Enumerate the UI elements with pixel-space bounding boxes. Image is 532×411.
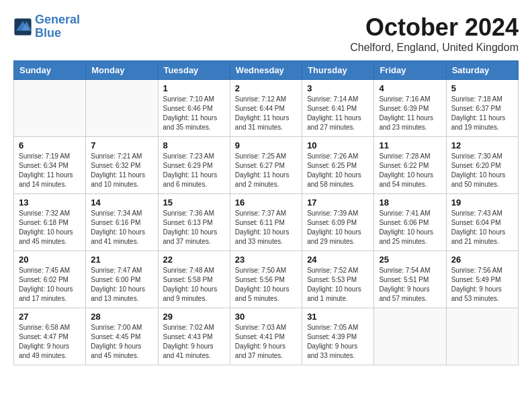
calendar-cell: 31Sunrise: 7:05 AM Sunset: 4:39 PM Dayli… bbox=[302, 308, 374, 365]
day-number: 18 bbox=[379, 197, 441, 208]
weekday-header: Thursday bbox=[302, 61, 374, 80]
calendar-cell: 12Sunrise: 7:30 AM Sunset: 6:20 PM Dayli… bbox=[446, 137, 518, 194]
week-row: 20Sunrise: 7:45 AM Sunset: 6:02 PM Dayli… bbox=[14, 251, 519, 308]
weekday-header: Saturday bbox=[446, 61, 518, 80]
day-detail: Sunrise: 7:18 AM Sunset: 6:37 PM Dayligh… bbox=[451, 95, 513, 132]
day-number: 21 bbox=[91, 255, 152, 265]
day-detail: Sunrise: 7:36 AM Sunset: 6:13 PM Dayligh… bbox=[163, 209, 225, 246]
day-detail: Sunrise: 7:23 AM Sunset: 6:29 PM Dayligh… bbox=[163, 152, 225, 189]
day-detail: Sunrise: 7:34 AM Sunset: 6:16 PM Dayligh… bbox=[91, 209, 152, 246]
day-detail: Sunrise: 7:30 AM Sunset: 6:20 PM Dayligh… bbox=[451, 152, 513, 189]
day-detail: Sunrise: 7:54 AM Sunset: 5:51 PM Dayligh… bbox=[379, 266, 441, 304]
calendar-cell: 6Sunrise: 7:19 AM Sunset: 6:34 PM Daylig… bbox=[14, 137, 86, 194]
calendar-cell bbox=[86, 80, 158, 137]
day-number: 16 bbox=[235, 197, 297, 208]
day-number: 10 bbox=[307, 140, 369, 150]
calendar-cell bbox=[374, 308, 446, 365]
logo-icon bbox=[13, 17, 32, 36]
day-number: 6 bbox=[19, 140, 81, 150]
day-number: 19 bbox=[451, 197, 513, 208]
day-number: 27 bbox=[19, 312, 81, 322]
day-number: 28 bbox=[91, 312, 152, 322]
day-detail: Sunrise: 7:14 AM Sunset: 6:41 PM Dayligh… bbox=[307, 95, 369, 132]
day-detail: Sunrise: 7:37 AM Sunset: 6:11 PM Dayligh… bbox=[235, 209, 297, 246]
day-number: 22 bbox=[163, 255, 225, 265]
day-detail: Sunrise: 7:10 AM Sunset: 6:46 PM Dayligh… bbox=[163, 95, 225, 132]
day-number: 12 bbox=[451, 140, 513, 150]
day-detail: Sunrise: 7:25 AM Sunset: 6:27 PM Dayligh… bbox=[235, 152, 297, 189]
day-detail: Sunrise: 7:21 AM Sunset: 6:32 PM Dayligh… bbox=[91, 152, 152, 189]
calendar-cell: 13Sunrise: 7:32 AM Sunset: 6:18 PM Dayli… bbox=[14, 194, 86, 251]
month-title: October 2024 bbox=[350, 13, 519, 42]
location-title: Chelford, England, United Kingdom bbox=[350, 42, 519, 54]
calendar-cell: 20Sunrise: 7:45 AM Sunset: 6:02 PM Dayli… bbox=[14, 251, 86, 308]
day-detail: Sunrise: 7:05 AM Sunset: 4:39 PM Dayligh… bbox=[307, 323, 369, 361]
day-detail: Sunrise: 7:50 AM Sunset: 5:56 PM Dayligh… bbox=[235, 266, 297, 304]
calendar-cell: 2Sunrise: 7:12 AM Sunset: 6:44 PM Daylig… bbox=[230, 80, 302, 137]
day-number: 25 bbox=[379, 255, 441, 265]
calendar-cell: 22Sunrise: 7:48 AM Sunset: 5:58 PM Dayli… bbox=[158, 251, 230, 308]
calendar-cell: 16Sunrise: 7:37 AM Sunset: 6:11 PM Dayli… bbox=[230, 194, 302, 251]
title-area: October 2024 Chelford, England, United K… bbox=[350, 13, 519, 54]
day-number: 30 bbox=[235, 312, 297, 322]
calendar-cell: 29Sunrise: 7:02 AM Sunset: 4:43 PM Dayli… bbox=[158, 308, 230, 365]
day-detail: Sunrise: 7:03 AM Sunset: 4:41 PM Dayligh… bbox=[235, 323, 297, 361]
day-detail: Sunrise: 7:12 AM Sunset: 6:44 PM Dayligh… bbox=[235, 95, 297, 132]
day-detail: Sunrise: 6:58 AM Sunset: 4:47 PM Dayligh… bbox=[19, 323, 81, 361]
day-number: 11 bbox=[379, 140, 441, 150]
week-row: 27Sunrise: 6:58 AM Sunset: 4:47 PM Dayli… bbox=[14, 308, 519, 365]
day-number: 1 bbox=[163, 83, 225, 93]
day-number: 15 bbox=[163, 197, 225, 208]
day-number: 24 bbox=[307, 255, 369, 265]
day-number: 23 bbox=[235, 255, 297, 265]
weekday-header: Wednesday bbox=[230, 61, 302, 80]
day-number: 31 bbox=[307, 312, 369, 322]
day-number: 14 bbox=[91, 197, 152, 208]
week-row: 6Sunrise: 7:19 AM Sunset: 6:34 PM Daylig… bbox=[14, 137, 519, 194]
calendar-cell: 21Sunrise: 7:47 AM Sunset: 6:00 PM Dayli… bbox=[86, 251, 158, 308]
calendar-cell: 15Sunrise: 7:36 AM Sunset: 6:13 PM Dayli… bbox=[158, 194, 230, 251]
day-detail: Sunrise: 7:47 AM Sunset: 6:00 PM Dayligh… bbox=[91, 266, 152, 304]
day-detail: Sunrise: 7:19 AM Sunset: 6:34 PM Dayligh… bbox=[19, 152, 81, 189]
calendar-cell: 8Sunrise: 7:23 AM Sunset: 6:29 PM Daylig… bbox=[158, 137, 230, 194]
calendar-cell: 14Sunrise: 7:34 AM Sunset: 6:16 PM Dayli… bbox=[86, 194, 158, 251]
weekday-header-row: SundayMondayTuesdayWednesdayThursdayFrid… bbox=[14, 61, 519, 80]
calendar-cell: 28Sunrise: 7:00 AM Sunset: 4:45 PM Dayli… bbox=[86, 308, 158, 365]
calendar-cell: 27Sunrise: 6:58 AM Sunset: 4:47 PM Dayli… bbox=[14, 308, 86, 365]
day-number: 2 bbox=[235, 83, 297, 93]
day-number: 17 bbox=[307, 197, 369, 208]
calendar-cell: 25Sunrise: 7:54 AM Sunset: 5:51 PM Dayli… bbox=[374, 251, 446, 308]
day-detail: Sunrise: 7:16 AM Sunset: 6:39 PM Dayligh… bbox=[379, 95, 441, 132]
weekday-header: Tuesday bbox=[158, 61, 230, 80]
calendar-cell: 11Sunrise: 7:28 AM Sunset: 6:22 PM Dayli… bbox=[374, 137, 446, 194]
week-row: 13Sunrise: 7:32 AM Sunset: 6:18 PM Dayli… bbox=[14, 194, 519, 251]
day-number: 5 bbox=[451, 83, 513, 93]
day-detail: Sunrise: 7:00 AM Sunset: 4:45 PM Dayligh… bbox=[91, 323, 152, 361]
logo: GeneralBlue bbox=[13, 13, 80, 40]
day-detail: Sunrise: 7:28 AM Sunset: 6:22 PM Dayligh… bbox=[379, 152, 441, 189]
day-detail: Sunrise: 7:32 AM Sunset: 6:18 PM Dayligh… bbox=[19, 209, 81, 246]
weekday-header: Sunday bbox=[14, 61, 86, 80]
day-number: 7 bbox=[91, 140, 152, 150]
calendar-cell: 24Sunrise: 7:52 AM Sunset: 5:53 PM Dayli… bbox=[302, 251, 374, 308]
calendar-cell: 17Sunrise: 7:39 AM Sunset: 6:09 PM Dayli… bbox=[302, 194, 374, 251]
calendar-cell bbox=[14, 80, 86, 137]
day-detail: Sunrise: 7:45 AM Sunset: 6:02 PM Dayligh… bbox=[19, 266, 81, 304]
day-number: 3 bbox=[307, 83, 369, 93]
day-number: 8 bbox=[163, 140, 225, 150]
calendar-cell: 26Sunrise: 7:56 AM Sunset: 5:49 PM Dayli… bbox=[446, 251, 518, 308]
day-number: 20 bbox=[19, 255, 81, 265]
calendar-cell: 9Sunrise: 7:25 AM Sunset: 6:27 PM Daylig… bbox=[230, 137, 302, 194]
day-detail: Sunrise: 7:43 AM Sunset: 6:04 PM Dayligh… bbox=[451, 209, 513, 246]
page-header: GeneralBlue October 2024 Chelford, Engla… bbox=[13, 13, 519, 54]
logo-text: GeneralBlue bbox=[35, 13, 80, 40]
day-number: 13 bbox=[19, 197, 81, 208]
calendar-cell: 3Sunrise: 7:14 AM Sunset: 6:41 PM Daylig… bbox=[302, 80, 374, 137]
day-number: 9 bbox=[235, 140, 297, 150]
calendar-cell: 5Sunrise: 7:18 AM Sunset: 6:37 PM Daylig… bbox=[446, 80, 518, 137]
calendar-cell: 19Sunrise: 7:43 AM Sunset: 6:04 PM Dayli… bbox=[446, 194, 518, 251]
day-number: 4 bbox=[379, 83, 441, 93]
calendar-cell bbox=[446, 308, 518, 365]
calendar-cell: 7Sunrise: 7:21 AM Sunset: 6:32 PM Daylig… bbox=[86, 137, 158, 194]
day-detail: Sunrise: 7:48 AM Sunset: 5:58 PM Dayligh… bbox=[163, 266, 225, 304]
